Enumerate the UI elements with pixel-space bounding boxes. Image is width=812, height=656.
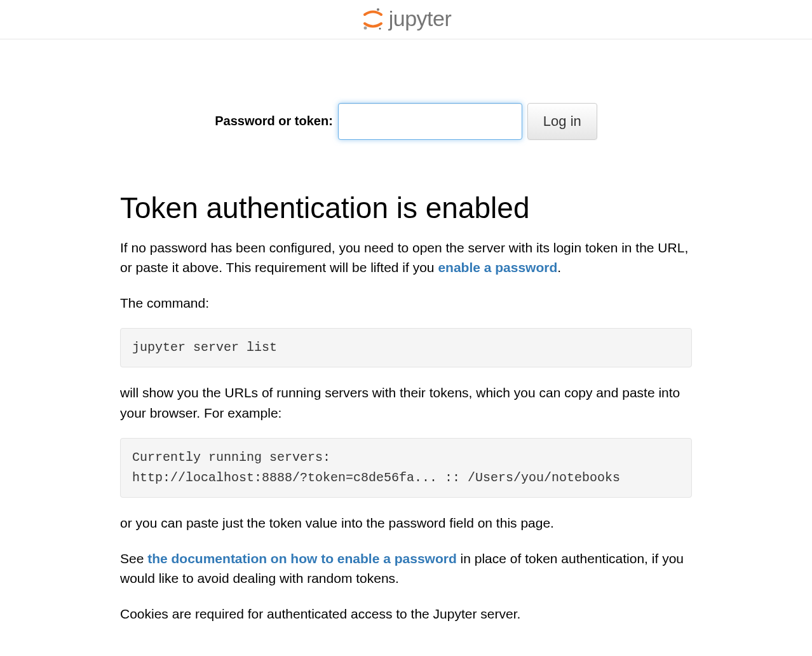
enable-password-link[interactable]: enable a password	[438, 260, 557, 275]
login-button[interactable]: Log in	[527, 103, 597, 140]
documentation-paragraph: See the documentation on how to enable a…	[120, 549, 692, 589]
svg-point-2	[379, 27, 381, 29]
login-form: Password or token: Log in	[215, 103, 597, 140]
intro-paragraph: If no password has been configured, you …	[120, 238, 692, 278]
header: jupyter	[0, 0, 812, 39]
intro-text-b: .	[557, 260, 561, 275]
login-section: Password or token: Log in	[0, 103, 812, 140]
command-intro: The command:	[120, 293, 692, 313]
logo-text: jupyter	[389, 6, 452, 31]
code-block-example: Currently running servers: http://localh…	[120, 438, 692, 498]
token-paste-note: or you can paste just the token value in…	[120, 513, 692, 533]
password-label: Password or token:	[215, 114, 333, 128]
jupyter-icon	[361, 7, 385, 31]
documentation-link[interactable]: the documentation on how to enable a pas…	[147, 551, 457, 566]
doc-text-a: See	[120, 551, 147, 566]
cookies-note: Cookies are required for authenticated a…	[120, 604, 692, 624]
command-explanation: will show you the URLs of running server…	[120, 383, 692, 423]
password-input[interactable]	[338, 103, 522, 140]
svg-point-0	[377, 8, 379, 11]
jupyter-logo: jupyter	[361, 6, 452, 31]
intro-text-a: If no password has been configured, you …	[120, 240, 688, 275]
code-block-command: jupyter server list	[120, 328, 692, 367]
svg-point-1	[363, 26, 367, 29]
content-container: Token authentication is enabled If no pa…	[111, 191, 701, 624]
page-title: Token authentication is enabled	[120, 191, 692, 225]
